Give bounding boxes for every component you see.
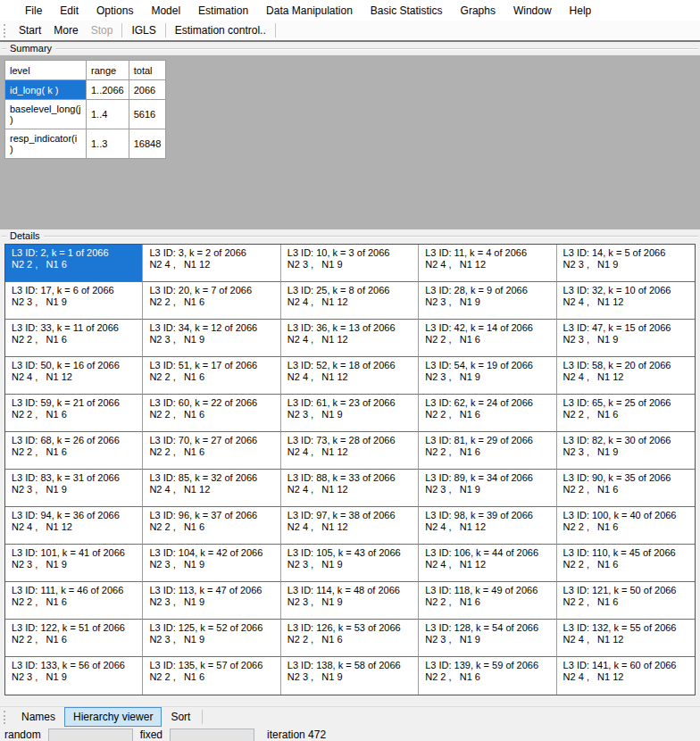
- menu-item-graphs[interactable]: Graphs: [452, 2, 504, 20]
- hierarchy-unit-cell[interactable]: L3 ID: 3, k = 2 of 2066 N2 4 , N1 12: [143, 245, 280, 282]
- hierarchy-unit-cell[interactable]: L3 ID: 81, k = 29 of 2066 N2 2 , N1 6: [419, 432, 556, 470]
- tab-sort[interactable]: Sort: [162, 707, 199, 727]
- hierarchy-unit-cell[interactable]: L3 ID: 111, k = 46 of 2066 N2 2 , N1 6: [5, 582, 143, 620]
- summary-level-row[interactable]: resp_indicator(i ) 1..3 16848: [5, 129, 166, 159]
- hierarchy-unit-cell[interactable]: L3 ID: 25, k = 8 of 2066 N2 4 , N1 12: [281, 282, 419, 320]
- summary-level-name[interactable]: resp_indicator(i ): [5, 129, 87, 159]
- unit-counts-line: N2 2 , N1 6: [12, 409, 140, 420]
- hierarchy-unit-cell[interactable]: L3 ID: 138, k = 58 of 2066 N2 3 , N1 9: [281, 657, 419, 695]
- menu-item-options[interactable]: Options: [88, 2, 142, 20]
- hierarchy-unit-cell[interactable]: L3 ID: 139, k = 59 of 2066 N2 2 , N1 6: [419, 657, 556, 695]
- unit-counts-line: N2 2 , N1 6: [563, 484, 693, 495]
- hierarchy-unit-cell[interactable]: L3 ID: 50, k = 16 of 2066 N2 4 , N1 12: [5, 357, 143, 395]
- summary-level-row[interactable]: baselevel_long(j ) 1..4 5616: [5, 100, 166, 129]
- toolbar-grip-icon[interactable]: [4, 24, 7, 37]
- hierarchy-unit-cell[interactable]: L3 ID: 61, k = 23 of 2066 N2 3 , N1 9: [281, 395, 419, 432]
- hierarchy-unit-cell[interactable]: L3 ID: 90, k = 35 of 2066 N2 2 , N1 6: [557, 470, 695, 507]
- hierarchy-unit-cell[interactable]: L3 ID: 101, k = 41 of 2066 N2 3 , N1 9: [5, 545, 143, 582]
- menu-item-basic-statistics[interactable]: Basic Statistics: [362, 2, 452, 20]
- hierarchy-unit-cell[interactable]: L3 ID: 14, k = 5 of 2066 N2 3 , N1 9: [557, 245, 695, 282]
- hierarchy-unit-cell[interactable]: L3 ID: 70, k = 27 of 2066 N2 2 , N1 6: [143, 432, 280, 470]
- hierarchy-unit-cell[interactable]: L3 ID: 83, k = 31 of 2066 N2 3 , N1 9: [5, 470, 143, 507]
- summary-level-row[interactable]: id_long( k ) 1..2066 2066: [5, 80, 166, 100]
- hierarchy-unit-cell[interactable]: L3 ID: 106, k = 44 of 2066 N2 4 , N1 12: [419, 545, 556, 582]
- hierarchy-unit-cell[interactable]: L3 ID: 94, k = 36 of 2066 N2 4 , N1 12: [5, 507, 143, 545]
- hierarchy-unit-cell[interactable]: L3 ID: 88, k = 33 of 2066 N2 4 , N1 12: [281, 470, 419, 507]
- summary-level-total: 5616: [129, 100, 166, 129]
- summary-level-name[interactable]: id_long( k ): [5, 80, 87, 100]
- menu-item-help[interactable]: Help: [561, 2, 601, 20]
- toolbar-button-estimation-control[interactable]: Estimation control..: [169, 22, 272, 38]
- hierarchy-unit-cell[interactable]: L3 ID: 62, k = 24 of 2066 N2 2 , N1 6: [419, 395, 556, 432]
- hierarchy-unit-cell[interactable]: L3 ID: 54, k = 19 of 2066 N2 3 , N1 9: [419, 357, 556, 395]
- toolbar-separator: [121, 23, 122, 37]
- hierarchy-unit-cell[interactable]: L3 ID: 58, k = 20 of 2066 N2 4 , N1 12: [557, 357, 695, 395]
- tab-names[interactable]: Names: [12, 707, 64, 727]
- hierarchy-unit-cell[interactable]: L3 ID: 11, k = 4 of 2066 N2 4 , N1 12: [419, 245, 556, 282]
- hierarchy-unit-cell[interactable]: L3 ID: 32, k = 10 of 2066 N2 4 , N1 12: [557, 282, 695, 320]
- menu-item-data-manipulation[interactable]: Data Manipulation: [257, 2, 362, 20]
- hierarchy-unit-cell[interactable]: L3 ID: 118, k = 49 of 2066 N2 2 , N1 6: [419, 582, 556, 620]
- hierarchy-unit-cell[interactable]: L3 ID: 113, k = 47 of 2066 N2 3 , N1 9: [143, 582, 280, 620]
- hierarchy-unit-cell[interactable]: L3 ID: 104, k = 42 of 2066 N2 3 , N1 9: [143, 545, 280, 582]
- hierarchy-unit-cell[interactable]: L3 ID: 17, k = 6 of 2066 N2 3 , N1 9: [5, 282, 143, 320]
- hierarchy-unit-cell[interactable]: L3 ID: 52, k = 18 of 2066 N2 4 , N1 12: [281, 357, 419, 395]
- hierarchy-unit-cell[interactable]: L3 ID: 128, k = 54 of 2066 N2 3 , N1 9: [419, 620, 556, 657]
- menu-item-estimation[interactable]: Estimation: [189, 2, 257, 20]
- tabbar-grip-icon[interactable]: [4, 711, 7, 724]
- hierarchy-unit-cell[interactable]: L3 ID: 59, k = 21 of 2066 N2 2 , N1 6: [5, 395, 143, 432]
- hierarchy-unit-cell[interactable]: L3 ID: 51, k = 17 of 2066 N2 2 , N1 6: [143, 357, 280, 395]
- menu-item-window[interactable]: Window: [504, 2, 561, 20]
- hierarchy-unit-cell[interactable]: L3 ID: 36, k = 13 of 2066 N2 4 , N1 12: [281, 320, 419, 357]
- unit-counts-line: N2 2 , N1 6: [425, 334, 554, 346]
- menu-item-edit[interactable]: Edit: [51, 2, 88, 20]
- hierarchy-unit-cell[interactable]: L3 ID: 33, k = 11 of 2066 N2 2 , N1 6: [5, 320, 143, 357]
- unit-counts-line: N2 3 , N1 9: [149, 559, 278, 570]
- unit-id-line: L3 ID: 42, k = 14 of 2066: [425, 322, 554, 334]
- menu-item-model[interactable]: Model: [142, 2, 189, 20]
- hierarchy-unit-cell[interactable]: L3 ID: 34, k = 12 of 2066 N2 3 , N1 9: [143, 320, 280, 357]
- hierarchy-unit-cell[interactable]: L3 ID: 105, k = 43 of 2066 N2 3 , N1 9: [281, 545, 419, 582]
- hierarchy-unit-cell[interactable]: L3 ID: 126, k = 53 of 2066 N2 2 , N1 6: [281, 620, 419, 657]
- hierarchy-unit-cell[interactable]: L3 ID: 89, k = 34 of 2066 N2 3 , N1 9: [419, 470, 556, 507]
- toolbar-button-start[interactable]: Start: [12, 22, 47, 38]
- unit-id-line: L3 ID: 65, k = 25 of 2066: [563, 397, 693, 409]
- hierarchy-unit-cell[interactable]: L3 ID: 47, k = 15 of 2066 N2 3 , N1 9: [557, 320, 695, 357]
- hierarchy-unit-cell[interactable]: L3 ID: 132, k = 55 of 2066 N2 4 , N1 12: [557, 620, 695, 657]
- hierarchy-unit-cell[interactable]: L3 ID: 2, k = 1 of 2066 N2 2 , N1 6: [5, 245, 143, 282]
- hierarchy-unit-cell[interactable]: L3 ID: 122, k = 51 of 2066 N2 2 , N1 6: [5, 620, 143, 657]
- hierarchy-unit-cell[interactable]: L3 ID: 97, k = 38 of 2066 N2 4 , N1 12: [281, 507, 419, 545]
- hierarchy-unit-cell[interactable]: L3 ID: 68, k = 26 of 2066 N2 2 , N1 6: [5, 432, 143, 470]
- hierarchy-unit-cell[interactable]: L3 ID: 28, k = 9 of 2066 N2 3 , N1 9: [419, 282, 556, 320]
- hierarchy-unit-cell[interactable]: L3 ID: 125, k = 52 of 2066 N2 3 , N1 9: [143, 620, 280, 657]
- summary-level-name[interactable]: baselevel_long(j ): [5, 100, 87, 129]
- hierarchy-unit-cell[interactable]: L3 ID: 100, k = 40 of 2066 N2 2 , N1 6: [557, 507, 695, 545]
- hierarchy-unit-cell[interactable]: L3 ID: 98, k = 39 of 2066 N2 4 , N1 12: [419, 507, 556, 545]
- toolbar-button-more[interactable]: More: [47, 22, 84, 38]
- unit-counts-line: N2 2 , N1 6: [149, 296, 278, 308]
- hierarchy-unit-cell[interactable]: L3 ID: 110, k = 45 of 2066 N2 2 , N1 6: [557, 545, 695, 582]
- hierarchy-unit-cell[interactable]: L3 ID: 121, k = 50 of 2066 N2 2 , N1 6: [557, 582, 695, 620]
- hierarchy-unit-cell[interactable]: L3 ID: 85, k = 32 of 2066 N2 4 , N1 12: [143, 470, 280, 507]
- hierarchy-unit-cell[interactable]: L3 ID: 114, k = 48 of 2066 N2 3 , N1 9: [281, 582, 419, 620]
- hierarchy-unit-cell[interactable]: L3 ID: 82, k = 30 of 2066 N2 3 , N1 9: [557, 432, 695, 470]
- hierarchy-unit-cell[interactable]: L3 ID: 42, k = 14 of 2066 N2 2 , N1 6: [419, 320, 556, 357]
- hierarchy-unit-cell[interactable]: L3 ID: 73, k = 28 of 2066 N2 4 , N1 12: [281, 432, 419, 470]
- tab-hierarchy-viewer[interactable]: Hierarchy viewer: [64, 707, 162, 727]
- toolbar-button-igls[interactable]: IGLS: [125, 22, 162, 38]
- hierarchy-unit-cell[interactable]: L3 ID: 96, k = 37 of 2066 N2 2 , N1 6: [143, 507, 280, 545]
- hierarchy-unit-cell[interactable]: L3 ID: 10, k = 3 of 2066 N2 3 , N1 9: [281, 245, 419, 282]
- hierarchy-unit-cell[interactable]: L3 ID: 20, k = 7 of 2066 N2 2 , N1 6: [143, 282, 280, 320]
- unit-id-line: L3 ID: 52, k = 18 of 2066: [288, 360, 416, 371]
- summary-level-range: 1..2066: [87, 80, 129, 100]
- hierarchy-unit-cell[interactable]: L3 ID: 135, k = 57 of 2066 N2 2 , N1 6: [143, 657, 280, 695]
- hierarchy-unit-cell[interactable]: L3 ID: 60, k = 22 of 2066 N2 2 , N1 6: [143, 395, 280, 432]
- menu-bar: FileEditOptionsModelEstimationData Manip…: [0, 0, 700, 21]
- hierarchy-unit-cell[interactable]: L3 ID: 133, k = 56 of 2066 N2 3 , N1 9: [5, 657, 143, 695]
- hierarchy-unit-cell[interactable]: L3 ID: 141, k = 60 of 2066 N2 4 , N1 12: [557, 657, 695, 695]
- unit-counts-line: N2 4 , N1 12: [425, 521, 554, 533]
- details-grid: L3 ID: 2, k = 1 of 2066 N2 2 , N1 6 L3 I…: [4, 244, 696, 695]
- menu-item-file[interactable]: File: [16, 2, 51, 20]
- unit-counts-line: N2 3 , N1 9: [563, 259, 693, 271]
- hierarchy-unit-cell[interactable]: L3 ID: 65, k = 25 of 2066 N2 2 , N1 6: [557, 395, 695, 432]
